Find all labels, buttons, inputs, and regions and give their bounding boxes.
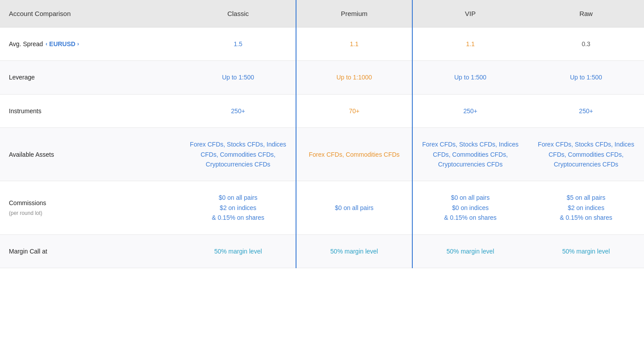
avg-spread-text: Avg. Spread xyxy=(9,39,43,49)
header-row: Account Comparison Classic Premium VIP R… xyxy=(0,0,644,28)
comparison-table: Account Comparison Classic Premium VIP R… xyxy=(0,0,644,268)
row-label-margin-call: Margin Call at xyxy=(0,234,180,268)
cell-leverage-col2: Up to 1:1000 xyxy=(296,61,412,94)
cell-available-assets-col4: Forex CFDs, Stocks CFDs, Indices CFDs, C… xyxy=(528,128,644,181)
cell-margin-call-col4: 50% margin level xyxy=(528,234,644,268)
cell-instruments-col4: 250+ xyxy=(528,94,644,127)
currency-label: EURUSD xyxy=(49,39,75,49)
header-col3: VIP xyxy=(412,0,528,28)
cell-line-1: $0 on indices xyxy=(452,204,489,211)
chevron-left-icon[interactable]: ‹ xyxy=(46,40,47,48)
cell-line-0: $0 on all pairs xyxy=(219,194,257,201)
cell-line-2: & 0.15% on shares xyxy=(560,214,612,221)
row-available-assets: Available AssetsForex CFDs, Stocks CFDs,… xyxy=(0,128,644,181)
row-label-leverage: Leverage xyxy=(0,61,180,94)
cell-margin-call-col3: 50% margin level xyxy=(412,234,528,268)
cell-instruments-col1: 250+ xyxy=(180,94,296,127)
cell-line-2: & 0.15% on shares xyxy=(444,214,497,221)
cell-avg-spread-col2: 1.1 xyxy=(296,28,412,61)
spread-label-container: Avg. Spread ‹ EURUSD › xyxy=(9,39,171,49)
cell-commissions-col3: $0 on all pairs$0 on indices& 0.15% on s… xyxy=(412,181,528,234)
cell-instruments-col3: 250+ xyxy=(412,94,528,127)
header-col1: Classic xyxy=(180,0,296,28)
account-comparison-wrapper: Account Comparison Classic Premium VIP R… xyxy=(0,0,644,337)
cell-margin-call-col2: 50% margin level xyxy=(296,234,412,268)
cell-line-1: $2 on indices xyxy=(220,204,257,211)
row-label-commissions: Commissions (per round lot) xyxy=(0,181,180,234)
row-avg-spread: Avg. Spread ‹ EURUSD › 1.51.11.10.3 xyxy=(0,28,644,61)
cell-commissions-col4: $5 on all pairs$2 on indices& 0.15% on s… xyxy=(528,181,644,234)
cell-line-0: $0 on all pairs xyxy=(451,194,490,201)
cell-avg-spread-col4: 0.3 xyxy=(528,28,644,61)
chevron-right-icon[interactable]: › xyxy=(77,40,79,48)
cell-available-assets-col2: Forex CFDs, Commodities CFDs xyxy=(296,128,412,181)
cell-commissions-col2: $0 on all pairs xyxy=(296,181,412,234)
cell-avg-spread-col3: 1.1 xyxy=(412,28,528,61)
row-sub-label-commissions: (per round lot) xyxy=(9,209,171,218)
row-label-available-assets: Available Assets xyxy=(0,128,180,181)
cell-leverage-col1: Up to 1:500 xyxy=(180,61,296,94)
row-margin-call: Margin Call at50% margin level50% margin… xyxy=(0,234,644,268)
cell-commissions-col1: $0 on all pairs$2 on indices& 0.15% on s… xyxy=(180,181,296,234)
header-col2: Premium xyxy=(296,0,412,28)
row-label-instruments: Instruments xyxy=(0,94,180,127)
cell-available-assets-col3: Forex CFDs, Stocks CFDs, Indices CFDs, C… xyxy=(412,128,528,181)
cell-available-assets-col1: Forex CFDs, Stocks CFDs, Indices CFDs, C… xyxy=(180,128,296,181)
cell-avg-spread-col1: 1.5 xyxy=(180,28,296,61)
cell-instruments-col2: 70+ xyxy=(296,94,412,127)
cell-line-2: & 0.15% on shares xyxy=(212,214,264,221)
currency-selector[interactable]: ‹ EURUSD › xyxy=(46,39,79,49)
cell-line-1: $2 on indices xyxy=(568,204,604,211)
header-col0: Account Comparison xyxy=(0,0,180,28)
row-label-main-commissions: Commissions xyxy=(9,198,171,208)
row-leverage: LeverageUp to 1:500Up to 1:1000Up to 1:5… xyxy=(0,61,644,94)
header-col4: Raw xyxy=(528,0,644,28)
cell-margin-call-col1: 50% margin level xyxy=(180,234,296,268)
cell-leverage-col4: Up to 1:500 xyxy=(528,61,644,94)
row-commissions: Commissions (per round lot) $0 on all pa… xyxy=(0,181,644,234)
cell-line-0: $5 on all pairs xyxy=(567,194,605,201)
row-label-div-commissions: Commissions (per round lot) xyxy=(9,198,171,218)
cell-leverage-col3: Up to 1:500 xyxy=(412,61,528,94)
row-instruments: Instruments250+70+250+250+ xyxy=(0,94,644,127)
row-label-avg-spread: Avg. Spread ‹ EURUSD › xyxy=(0,28,180,61)
